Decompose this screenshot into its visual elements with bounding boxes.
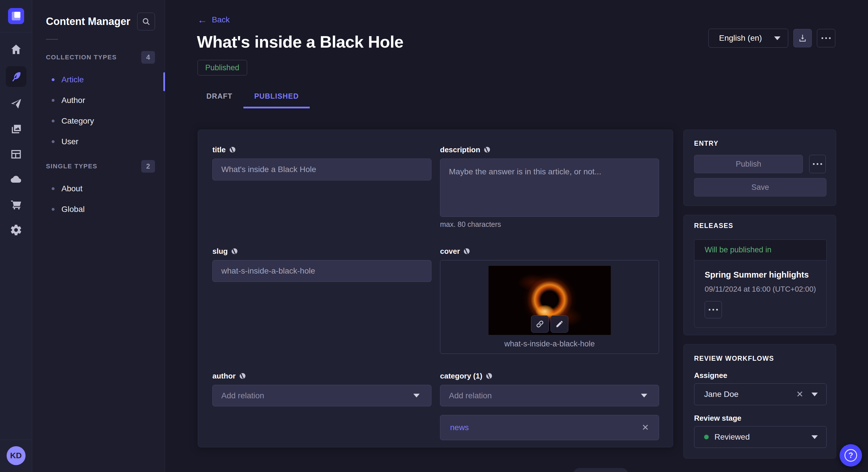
arrow-left-icon: ←: [197, 15, 207, 25]
feather-icon: [10, 70, 22, 83]
sidebar-item-category[interactable]: Category: [32, 111, 165, 131]
field-cover: cover: [440, 245, 659, 354]
section-count-badge: 4: [141, 51, 155, 64]
cover-field-label: cover: [440, 247, 460, 256]
tab-published[interactable]: PUBLISHED: [243, 92, 310, 108]
author-field-label: author: [212, 372, 236, 380]
nav-deploy-button[interactable]: [6, 171, 26, 188]
cover-filename: what-s-inside-a-black-hole: [504, 339, 595, 348]
nav-content-manager-button[interactable]: [6, 66, 26, 87]
stage-status-dot: [704, 435, 709, 439]
search-button[interactable]: [137, 12, 155, 30]
category-placeholder: Add relation: [449, 391, 492, 400]
nav-releases-button[interactable]: [6, 96, 26, 112]
title-input[interactable]: What's inside a Black Hole: [212, 159, 431, 180]
nav-settings-button[interactable]: [6, 222, 26, 238]
more-options-icon: [822, 37, 831, 39]
description-field-label: description: [440, 145, 480, 154]
more-options-button[interactable]: [817, 29, 835, 47]
slug-field-label: slug: [212, 247, 228, 256]
question-mark-icon: ?: [844, 449, 857, 462]
globe-icon: [231, 248, 238, 255]
category-relation-item: news ✕: [440, 415, 659, 440]
sidebar-item-label: User: [61, 137, 79, 146]
entry-heading: ENTRY: [694, 140, 826, 147]
active-item-indicator: [163, 72, 165, 91]
clear-assignee-icon[interactable]: ✕: [796, 390, 803, 399]
layout-icon: [10, 148, 22, 161]
scrolled-element-edge: [573, 468, 628, 472]
releases-heading: RELEASES: [694, 222, 826, 230]
remove-relation-icon[interactable]: ✕: [642, 423, 649, 432]
releases-panel: RELEASES Will be published in Spring Sum…: [683, 215, 836, 335]
help-button[interactable]: ?: [840, 444, 862, 467]
author-relation-select[interactable]: Add relation: [212, 385, 431, 406]
content-manager-subnav: Content Manager COLLECTION TYPES 4 Artic…: [32, 0, 165, 472]
sidebar-item-global[interactable]: Global: [32, 199, 165, 220]
home-icon: [10, 43, 22, 56]
release-name: Spring Summer highlights: [705, 270, 816, 279]
main-content: ← Back What's inside a Black Hole Publis…: [165, 0, 868, 472]
relation-link-news[interactable]: news: [450, 423, 469, 432]
title-field-label: title: [212, 145, 226, 154]
globe-icon: [463, 248, 470, 255]
description-hint: max. 80 characters: [440, 220, 659, 229]
assignee-label: Assignee: [694, 371, 826, 380]
field-slug: slug what-s-inside-a-black-hole: [212, 245, 431, 354]
sidebar-item-label: Author: [61, 96, 85, 105]
locale-select[interactable]: English (en): [708, 29, 788, 47]
shopping-cart-icon: [10, 198, 22, 211]
gear-icon: [10, 224, 22, 236]
link-icon: [536, 320, 544, 328]
user-avatar[interactable]: KD: [7, 446, 26, 465]
release-status: Will be published in: [694, 240, 826, 260]
strapi-logo[interactable]: [8, 8, 24, 24]
export-button[interactable]: [794, 29, 812, 47]
sidebar-item-user[interactable]: User: [32, 131, 165, 152]
tab-draft[interactable]: DRAFT: [195, 92, 243, 108]
section-label: SINGLE TYPES: [46, 163, 97, 170]
save-button[interactable]: Save: [694, 178, 826, 196]
globe-icon: [486, 372, 493, 379]
sidebar-item-label: Global: [61, 205, 85, 214]
globe-icon: [229, 146, 236, 153]
release-more-button[interactable]: [705, 301, 722, 318]
review-heading: REVIEW WORKFLOWS: [694, 355, 826, 363]
field-description: description Maybe the answer is in this …: [440, 144, 659, 229]
copy-link-button[interactable]: [531, 315, 549, 333]
nav-home-button[interactable]: [6, 41, 26, 58]
description-textarea[interactable]: Maybe the answer is in this article, or …: [440, 159, 659, 217]
chevron-down-icon: [774, 36, 780, 40]
edit-media-button[interactable]: [551, 315, 568, 333]
slug-input[interactable]: what-s-inside-a-black-hole: [212, 260, 431, 282]
sidebar-item-article[interactable]: Article: [32, 69, 165, 90]
chevron-down-icon: [413, 394, 420, 398]
nav-media-library-button[interactable]: [6, 121, 26, 137]
paper-plane-icon: [10, 98, 22, 110]
sidebar-item-about[interactable]: About: [32, 178, 165, 199]
back-label: Back: [212, 15, 229, 24]
cover-image[interactable]: [489, 266, 611, 335]
category-relation-select[interactable]: Add relation: [440, 385, 659, 406]
publish-button[interactable]: Publish: [694, 155, 803, 173]
field-category: category (1) Add relation news ✕: [440, 370, 659, 440]
assignee-combobox[interactable]: Jane Doe ✕: [694, 383, 827, 405]
release-date: 09/11/2024 at 16:00 (UTC+02:00): [705, 285, 816, 294]
logo-section: [0, 0, 32, 32]
review-stage-label: Review stage: [694, 414, 826, 423]
section-count-badge: 2: [141, 160, 155, 173]
sidebar-item-author[interactable]: Author: [32, 90, 165, 111]
review-stage-select[interactable]: Reviewed: [694, 426, 827, 448]
nav-content-type-builder-button[interactable]: [6, 146, 26, 163]
nav-marketplace-button[interactable]: [6, 196, 26, 213]
category-field-label: category (1): [440, 372, 482, 380]
pencil-icon: [555, 320, 564, 328]
collection-types-section: COLLECTION TYPES 4 Article Author Catego…: [32, 50, 165, 152]
cover-media-card: what-s-inside-a-black-hole: [440, 260, 659, 354]
back-link[interactable]: ← Back: [197, 15, 229, 25]
status-badge: Published: [197, 60, 247, 75]
assignee-value: Jane Doe: [704, 390, 796, 399]
field-title: title What's inside a Black Hole: [212, 144, 431, 229]
app-window: KD Content Manager COLLECTION TYPES 4 Ar…: [0, 0, 868, 472]
entry-more-button[interactable]: [809, 155, 826, 173]
